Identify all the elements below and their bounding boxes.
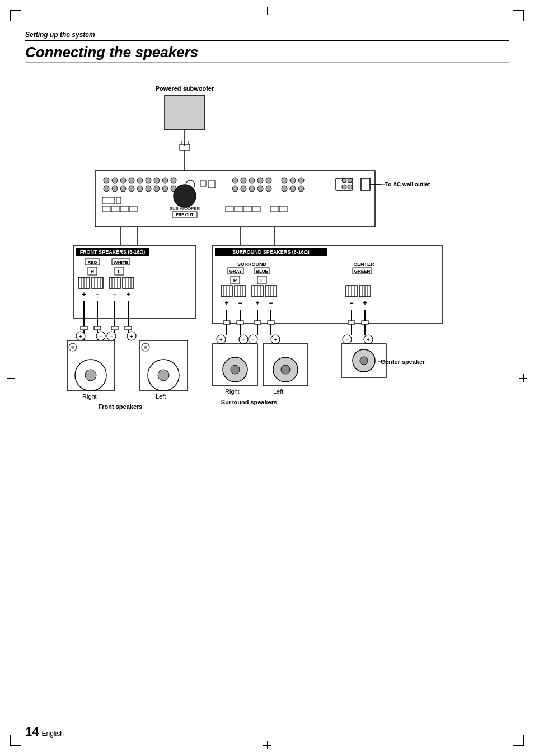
svg-text:+: + <box>274 337 277 343</box>
svg-point-14 <box>154 178 160 183</box>
svg-point-139 <box>144 346 147 349</box>
svg-text:Surround speakers: Surround speakers <box>221 399 277 405</box>
svg-point-36 <box>249 186 255 192</box>
cross-left <box>7 374 15 382</box>
svg-text:+: + <box>363 299 367 307</box>
svg-rect-212 <box>362 321 368 324</box>
svg-rect-111 <box>81 326 87 330</box>
svg-point-18 <box>112 186 118 192</box>
svg-text:Right: Right <box>225 388 240 395</box>
svg-text:+: + <box>224 299 228 307</box>
svg-rect-192 <box>223 321 230 324</box>
svg-point-37 <box>257 186 263 192</box>
svg-text:WHITE: WHITE <box>114 260 128 265</box>
svg-point-134 <box>71 346 74 349</box>
svg-point-10 <box>120 178 126 183</box>
svg-rect-194 <box>237 321 243 324</box>
svg-rect-121 <box>111 326 118 330</box>
svg-rect-143 <box>213 245 442 324</box>
svg-point-42 <box>290 186 296 192</box>
svg-text:+: + <box>79 334 82 339</box>
svg-point-220 <box>231 365 240 374</box>
section-divider-thin <box>25 62 509 63</box>
svg-point-40 <box>290 178 296 183</box>
svg-point-9 <box>112 178 118 183</box>
svg-rect-210 <box>348 321 355 324</box>
svg-text:SURROUND: SURROUND <box>237 262 267 267</box>
svg-text:L: L <box>118 269 121 274</box>
svg-text:L: L <box>260 278 264 283</box>
svg-point-33 <box>266 178 271 183</box>
svg-text:−: − <box>238 299 242 307</box>
main-diagram: Powered subwoofer <box>22 73 512 711</box>
svg-text:Center speaker: Center speaker <box>381 358 425 365</box>
corner-mark-tr <box>513 10 524 21</box>
footer: 14 English <box>25 725 509 739</box>
svg-point-29 <box>232 178 238 183</box>
svg-point-24 <box>162 186 168 192</box>
svg-point-38 <box>266 186 271 192</box>
svg-text:R: R <box>233 278 237 283</box>
svg-point-48 <box>348 178 352 183</box>
svg-text:Left: Left <box>273 388 283 395</box>
svg-text:GREEN: GREEN <box>354 269 371 274</box>
svg-point-19 <box>120 186 126 192</box>
svg-point-12 <box>137 178 143 183</box>
svg-point-35 <box>241 186 246 192</box>
svg-point-44 <box>298 186 304 192</box>
svg-text:−: − <box>251 337 254 343</box>
svg-text:PRE OUT: PRE OUT <box>176 213 194 217</box>
svg-point-17 <box>104 186 109 192</box>
svg-text:To AC wall outlet: To AC wall outlet <box>385 181 430 188</box>
svg-point-49 <box>348 185 352 189</box>
svg-point-13 <box>146 178 151 183</box>
language-label: English <box>41 730 63 738</box>
svg-text:R: R <box>91 269 95 274</box>
svg-point-20 <box>129 186 134 192</box>
section-divider <box>25 40 509 41</box>
svg-text:+: + <box>82 291 86 298</box>
svg-point-46 <box>342 178 346 183</box>
svg-text:CENTER: CENTER <box>353 262 374 267</box>
svg-point-132 <box>85 370 96 381</box>
svg-rect-198 <box>268 321 274 324</box>
section-label: Setting up the system <box>25 31 509 39</box>
svg-text:−: − <box>110 334 113 339</box>
svg-point-30 <box>241 178 246 183</box>
svg-text:−: − <box>269 299 273 307</box>
svg-point-11 <box>129 178 134 183</box>
svg-text:−: − <box>242 337 245 343</box>
svg-point-23 <box>154 186 160 192</box>
svg-point-21 <box>137 186 143 192</box>
svg-point-39 <box>282 178 287 183</box>
header-section: Setting up the system Connecting the spe… <box>25 31 509 67</box>
svg-text:Front speakers: Front speakers <box>99 403 143 410</box>
svg-point-32 <box>257 178 263 183</box>
cross-top <box>263 7 271 15</box>
svg-text:BLUE: BLUE <box>256 269 268 274</box>
svg-point-223 <box>281 365 290 374</box>
svg-rect-196 <box>254 321 261 324</box>
svg-point-47 <box>342 185 346 189</box>
svg-text:Right: Right <box>82 393 97 400</box>
svg-text:+: + <box>255 299 259 307</box>
svg-point-41 <box>282 186 287 192</box>
svg-text:−: − <box>95 291 99 298</box>
svg-text:−: − <box>113 291 116 298</box>
svg-text:−: − <box>99 334 102 339</box>
page-number: 14 <box>25 725 39 739</box>
cross-right <box>519 374 527 382</box>
svg-point-16 <box>171 178 176 183</box>
svg-text:SUB WOOFER: SUB WOOFER <box>170 206 200 211</box>
svg-text:Powered subwoofer: Powered subwoofer <box>156 85 214 92</box>
svg-point-226 <box>360 357 368 365</box>
svg-rect-1 <box>165 95 205 130</box>
corner-mark-br <box>513 735 524 746</box>
cross-bottom <box>263 741 271 749</box>
svg-point-66 <box>174 185 196 207</box>
svg-point-34 <box>232 186 238 192</box>
svg-text:Left: Left <box>156 393 166 400</box>
svg-point-43 <box>298 178 304 183</box>
svg-rect-114 <box>94 326 101 330</box>
svg-text:+: + <box>219 337 222 343</box>
